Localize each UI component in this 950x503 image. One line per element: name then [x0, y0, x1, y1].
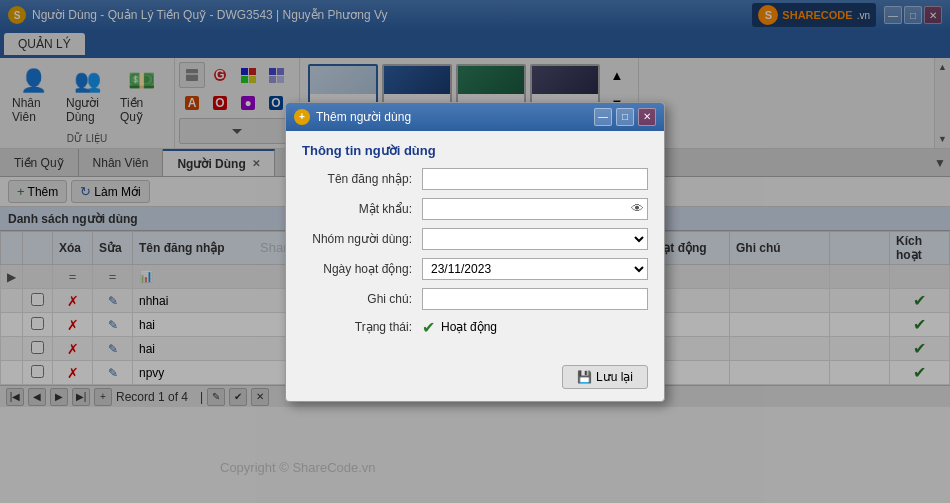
nhom-select[interactable]: Leader Manager Admin	[422, 228, 648, 250]
nhom-label: Nhóm người dùng:	[302, 232, 422, 246]
dialog-titlebar-left: + Thêm người dùng	[294, 109, 411, 125]
save-label: Lưu lại	[596, 370, 633, 384]
ngay-select-wrapper: 23/11/2023	[422, 258, 648, 280]
form-row-matkhau: Mật khẩu: 👁	[302, 198, 648, 220]
form-row-trangthai: Trạng thái: ✔ Hoạt động	[302, 318, 648, 337]
matkhau-wrapper: 👁	[422, 198, 648, 220]
form-row-nhom: Nhóm người dùng: Leader Manager Admin	[302, 228, 648, 250]
ghichu-label: Ghi chú:	[302, 292, 422, 306]
ten-input[interactable]	[422, 168, 648, 190]
status-row: ✔ Hoạt động	[422, 318, 497, 337]
dialog-section-title: Thông tin người dùng	[302, 143, 648, 158]
matkhau-label: Mật khẩu:	[302, 202, 422, 216]
matkhau-input[interactable]	[422, 198, 648, 220]
save-button[interactable]: 💾 Lưu lại	[562, 365, 648, 389]
dialog-close-btn[interactable]: ✕	[638, 108, 656, 126]
ten-label: Tên đăng nhập:	[302, 172, 422, 186]
dialog-maximize-btn[interactable]: □	[616, 108, 634, 126]
dialog-minimize-btn[interactable]: —	[594, 108, 612, 126]
form-row-ten: Tên đăng nhập:	[302, 168, 648, 190]
eye-icon[interactable]: 👁	[631, 201, 644, 216]
dialog-body: Thông tin người dùng Tên đăng nhập: Mật …	[286, 131, 664, 357]
dialog-footer: 💾 Lưu lại	[286, 357, 664, 401]
nhom-select-wrapper: Leader Manager Admin	[422, 228, 648, 250]
status-active-text: Hoạt động	[441, 320, 497, 334]
dialog-controls: — □ ✕	[594, 108, 656, 126]
save-icon: 💾	[577, 370, 592, 384]
form-row-ngay: Ngày hoạt động: 23/11/2023	[302, 258, 648, 280]
form-row-ghichu: Ghi chú:	[302, 288, 648, 310]
dialog-title-text: Thêm người dùng	[316, 110, 411, 124]
dialog-titlebar: + Thêm người dùng — □ ✕	[286, 103, 664, 131]
trangthai-label: Trạng thái:	[302, 320, 422, 334]
add-user-dialog: + Thêm người dùng — □ ✕ Thông tin người …	[285, 102, 665, 402]
ghichu-input[interactable]	[422, 288, 648, 310]
dialog-title-icon: +	[294, 109, 310, 125]
dialog-overlay: + Thêm người dùng — □ ✕ Thông tin người …	[0, 0, 950, 503]
ngay-select[interactable]: 23/11/2023	[422, 258, 648, 280]
ngay-label: Ngày hoạt động:	[302, 262, 422, 276]
status-active-icon: ✔	[422, 318, 435, 337]
